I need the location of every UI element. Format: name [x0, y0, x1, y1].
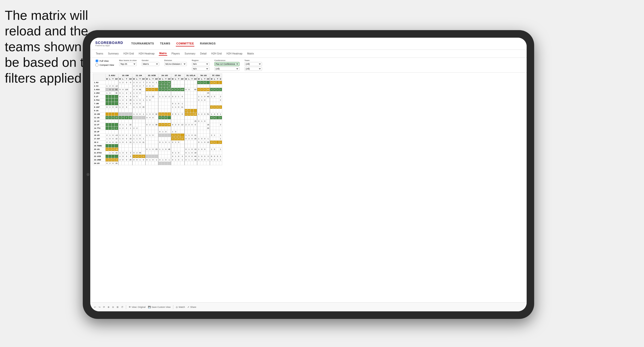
redo-button[interactable]: ↪	[99, 306, 101, 308]
max-teams-select[interactable]: Top 25 Top 50 All	[119, 62, 137, 66]
sub-nav-h2h-heatmap[interactable]: H2H Heatmap	[138, 52, 155, 55]
zoom-out-button[interactable]: ⊖	[112, 306, 114, 308]
table-row: 1. AU 1200 2027 2001 20050 010 10	[93, 81, 222, 84]
uw-t: T	[124, 77, 129, 81]
row-label: 10. UW	[93, 112, 106, 116]
row-label: 11. UA	[93, 116, 106, 120]
conference-select[interactable]: Pac-12 Conference (All) ACC Big Ten	[214, 62, 239, 66]
region-select2[interactable]: N/A	[192, 67, 209, 71]
row-label: 19. TAMU	[93, 144, 106, 148]
sub-nav-players[interactable]: Players	[171, 52, 180, 55]
sub-nav-detail[interactable]: Detail	[200, 52, 207, 55]
asu-l: L	[109, 77, 112, 81]
gender-label: Gender	[142, 59, 159, 62]
sub-nav-matrix[interactable]: Matrix	[159, 51, 167, 56]
asu-t: T	[112, 77, 115, 81]
su-w: W	[171, 77, 174, 81]
conference-select2[interactable]: (All)	[214, 67, 239, 71]
uu-l: L	[200, 77, 203, 81]
table-row: 10. UW 1301 13032 0417 2510 25065 12051 …	[93, 112, 222, 116]
uw-dif: Dif	[129, 77, 132, 81]
view-original-button[interactable]: 👁 View: Original	[129, 306, 145, 308]
save-custom-button[interactable]: 💾 Save Custom View	[148, 306, 171, 308]
nav-rankings[interactable]: RANKINGS	[199, 41, 216, 46]
asu-dif: Dif	[115, 77, 119, 81]
row-label: 16. UO	[93, 134, 106, 137]
nav-tournaments[interactable]: TOURNAMENTS	[131, 41, 154, 46]
table-row: 20. UG 010-38 01023 11046 01013 100 101	[93, 148, 222, 151]
team-label: Team	[245, 59, 262, 62]
empty-header	[93, 74, 106, 81]
table-row: 3. ASU 4080 50120 2048 010 20052 600160 …	[93, 88, 222, 91]
nav-committee[interactable]: COMMITTEE	[176, 41, 195, 46]
zoom-in-button[interactable]: ⊕	[108, 306, 110, 308]
division-select[interactable]: NCAA Division I NCAA Division II NCAA Di…	[164, 62, 187, 66]
row-label: 18. U	[93, 141, 106, 144]
region-filter: Region N/A East West N/A	[192, 59, 209, 71]
uw-l: L	[121, 77, 124, 81]
col-group-uw: 10. UW	[118, 74, 132, 77]
uo-t: T	[164, 77, 167, 81]
table-row: 23. UNM 200-21 20025 0010 0101 0101 0101…	[93, 158, 222, 162]
row-label: 21. ETSU	[93, 151, 106, 155]
watch-button[interactable]: ◎ Watch	[176, 306, 185, 308]
row-label: 20. UG	[93, 148, 106, 151]
ucla-w: W	[185, 77, 188, 81]
row-label: 14. TTU	[93, 127, 106, 130]
table-row: 19. TAMU	[93, 144, 222, 148]
matrix-container[interactable]: 3. ASU 10. UW 11. UA 22. UCB 24. UO 27. …	[90, 73, 527, 166]
matrix-table: 3. ASU 10. UW 11. UA 22. UCB 24. UO 27. …	[93, 74, 222, 165]
ucb-t: T	[151, 77, 155, 81]
view-radio-group: Full View Compact View	[95, 59, 114, 67]
ua-l: L	[135, 77, 138, 81]
undo-button[interactable]: ↩	[94, 306, 96, 308]
nav-teams[interactable]: TEAMS	[159, 41, 171, 46]
logo-title: SCOREBOARD	[95, 41, 123, 45]
gender-select[interactable]: Men's Women's	[142, 62, 159, 66]
table-row: 2. VU 120-12 2027 200 20025	[93, 84, 222, 88]
su-dif: Dif	[180, 77, 184, 81]
refresh-button[interactable]: ⟳	[103, 306, 105, 308]
max-teams-label: Max teams in view	[119, 59, 137, 62]
su-l: L	[174, 77, 177, 81]
grid-button[interactable]: ⊞	[117, 306, 119, 308]
uw-w: W	[118, 77, 121, 81]
row-label: 22. UCB	[93, 155, 106, 158]
compact-view-radio[interactable]: Compact View	[95, 63, 114, 67]
region-select[interactable]: N/A East West	[192, 62, 209, 66]
sub-nav-summary2[interactable]: Summary	[184, 52, 196, 55]
sub-nav-summary[interactable]: Summary	[107, 52, 119, 55]
team-select[interactable]: (All)	[245, 62, 262, 66]
ua-t: T	[138, 77, 142, 81]
sub-nav-h2h-heatmap2[interactable]: H2H Heatmap	[226, 52, 243, 55]
gender-filter: Gender Men's Women's	[142, 59, 159, 66]
sub-nav-h2h-grid2[interactable]: H2H Grid	[211, 52, 222, 55]
row-label: 23. UNM	[93, 158, 106, 162]
osu-t: T	[216, 77, 219, 81]
full-view-radio[interactable]: Full View	[95, 59, 114, 63]
team-select2[interactable]: (All)	[245, 67, 262, 71]
sub-nav-h2h-grid[interactable]: H2H Grid	[123, 52, 134, 55]
sub-nav-teams[interactable]: Teams	[95, 52, 104, 55]
ucla-l: L	[188, 77, 191, 81]
row-label: 3. ASU	[93, 88, 106, 91]
division-label: Division	[164, 59, 187, 62]
osu-w: W	[210, 77, 213, 81]
tablet-frame: SCOREBOARD Powered by clippd TOURNAMENTS…	[83, 30, 534, 319]
row-label: 2. VU	[93, 84, 106, 88]
logo-area: SCOREBOARD Powered by clippd	[95, 41, 123, 46]
table-row: 11. UA 01010 10010 340 340 301	[93, 116, 222, 120]
conference-label: Conference	[214, 59, 239, 62]
sub-nav-matrix2[interactable]: Matrix	[247, 52, 255, 55]
share-button[interactable]: ⇗ Share	[187, 306, 196, 308]
table-row: 6. FSU 14035 1101 10 010 2	[93, 98, 222, 102]
table-row: 16. UO 210-14 1201 110 110 210 11011 211	[93, 134, 222, 137]
row-label: 9. UA	[93, 109, 106, 112]
ua-dif: Dif	[142, 77, 145, 81]
tablet-screen: SCOREBOARD Powered by clippd TOURNAMENTS…	[90, 38, 527, 311]
ua-w: W	[132, 77, 135, 81]
region-label: Region	[192, 59, 209, 62]
ucb-dif: Dif	[154, 77, 158, 81]
timer-button[interactable]: ⏱	[121, 306, 123, 308]
col-group-osu: 57. OSU	[210, 74, 222, 77]
